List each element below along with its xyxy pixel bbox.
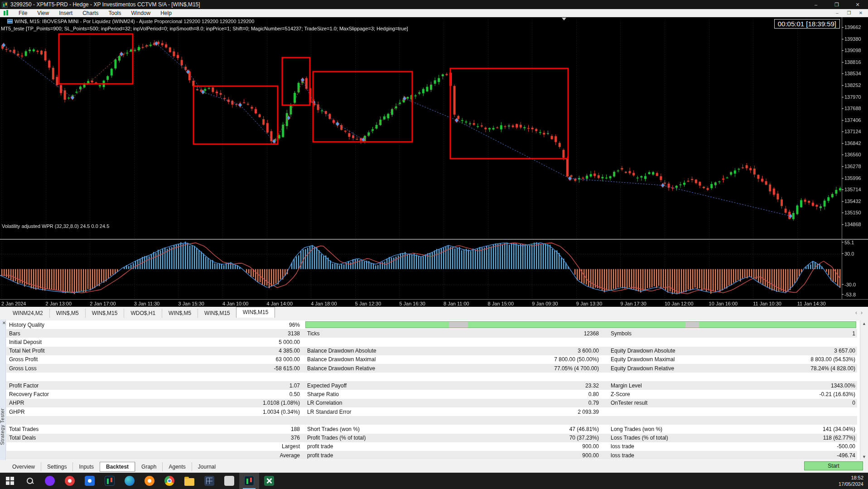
strategy-tester-label: Strategy Tester — [0, 361, 6, 445]
chart-restore-button[interactable]: ❐ — [844, 9, 854, 17]
stat-cell: Balance Drawdown Relative77.05% (4 700.0… — [305, 364, 600, 373]
stat-cell — [305, 416, 600, 425]
time-tick: 2 Jan 17:00 — [90, 301, 116, 306]
scroll-down-icon[interactable]: ▼ — [862, 455, 866, 459]
table-row: Bars3138Ticks12368Symbols1 — [6, 329, 857, 338]
indicator-tick: 55.1 — [844, 240, 854, 245]
stat-cell: Balance Drawdown Maximal7 800.00 (50.00%… — [305, 355, 600, 364]
price-tick: 137406 — [844, 117, 861, 123]
candlestick-chart-canvas[interactable] — [0, 17, 868, 307]
tester-tab-backtest[interactable]: Backtest — [100, 462, 135, 472]
stat-value: 23.32 — [585, 382, 600, 389]
trading-app-icon[interactable] — [100, 473, 120, 489]
calculator-app-icon[interactable] — [199, 473, 219, 489]
stat-value: -58 615.00 — [274, 365, 301, 372]
price-tick: 139098 — [844, 48, 861, 53]
search-icon[interactable] — [20, 473, 40, 489]
stat-value: 1.0108 (1.08%) — [263, 400, 301, 406]
stat-value: -500.00 — [837, 443, 856, 450]
tab-scroll-arrows[interactable]: ‹› — [855, 310, 866, 316]
tester-tab-inputs[interactable]: Inputs — [72, 462, 100, 471]
time-tick: 8 Jan 15:00 — [488, 301, 514, 306]
tester-tab-4[interactable]: WIN$,M5 — [162, 309, 198, 318]
stat-label: Recovery Factor — [7, 391, 49, 397]
calculator-app-icon-glyph — [204, 476, 214, 486]
clock-date: 17/05/2024 — [839, 481, 863, 487]
price-tick: 136278 — [844, 164, 861, 169]
stat-cell: loss trade-500.00 — [609, 442, 856, 451]
stat-cell: Total Net Profit4 385.00 — [7, 347, 301, 355]
tester-tab-1[interactable]: WIN$,M5 — [49, 309, 85, 318]
stat-cell — [609, 416, 856, 425]
tester-tab-5[interactable]: WIN$,M15 — [198, 309, 236, 318]
stats-scrollbar[interactable]: ▲ ▼ — [860, 320, 868, 460]
price-tick: 138252 — [844, 82, 861, 88]
excel-icon-glyph — [264, 476, 274, 486]
stat-cell: Recovery Factor0.50 — [7, 390, 301, 399]
stat-cell — [305, 373, 600, 381]
app-purple-icon[interactable] — [40, 473, 60, 489]
start-button[interactable] — [0, 473, 20, 489]
price-tick: 136560 — [844, 152, 861, 157]
table-row: Gross Loss-58 615.00Balance Drawdown Rel… — [6, 364, 857, 373]
stat-label: Margin Level — [609, 382, 642, 389]
stat-label: profit trade — [305, 443, 333, 450]
tester-tab-3[interactable]: WDO$,H1 — [124, 309, 162, 318]
app-blue-icon[interactable] — [80, 473, 100, 489]
menu-window[interactable]: Window — [126, 10, 156, 17]
menu-help[interactable]: Help — [155, 10, 177, 17]
taskbar-clock[interactable]: 18:52 17/05/2024 — [839, 474, 863, 487]
history-quality-progress-bar — [305, 321, 856, 328]
indicator-tick: -53.8 — [844, 292, 856, 297]
price-tick: 135150 — [844, 210, 861, 215]
notes-app-icon-glyph — [224, 476, 234, 486]
stat-value: 7 800.00 (50.00%) — [554, 356, 600, 363]
table-row: History Quality96% — [6, 320, 857, 329]
price-tick: 137688 — [844, 106, 861, 111]
metatrader5-icon[interactable] — [239, 473, 259, 489]
stat-value: 47 (46.81%) — [569, 426, 600, 432]
start-button[interactable]: Start — [804, 461, 863, 470]
stat-cell: AHPR1.0108 (1.08%) — [7, 399, 301, 407]
time-tick: 9 Jan 09:30 — [532, 301, 558, 306]
chart-close-button[interactable]: ✕ — [855, 9, 866, 17]
tester-tab-graph[interactable]: Graph — [135, 462, 162, 471]
chrome-browser-icon[interactable] — [159, 473, 179, 489]
menu-file[interactable]: File — [14, 10, 32, 17]
menu-view[interactable]: View — [32, 10, 54, 17]
edge-browser-icon[interactable] — [120, 473, 140, 489]
tester-tab-agents[interactable]: Agents — [162, 462, 191, 471]
chart-shift-marker[interactable] — [562, 18, 566, 20]
menu-tools[interactable]: Tools — [104, 10, 126, 17]
scroll-up-icon[interactable]: ▲ — [862, 321, 866, 326]
close-button[interactable]: ✕ — [847, 0, 868, 9]
tester-tab-journal[interactable]: Journal — [192, 462, 222, 471]
stat-value: 3 657.00 — [834, 348, 856, 354]
notes-app-icon[interactable] — [219, 473, 239, 489]
magnifier-icon — [26, 477, 34, 485]
stat-cell: Equity Drawdown Relative78.24% (4 828.00… — [609, 364, 856, 373]
tester-tab-settings[interactable]: Settings — [41, 462, 72, 471]
tester-tab-6[interactable]: WIN$,M15 — [236, 307, 275, 318]
time-tick: 8 Jan 11:00 — [444, 301, 469, 306]
menu-charts[interactable]: Charts — [77, 10, 103, 17]
tester-tab-2[interactable]: WIN$,M15 — [85, 309, 124, 318]
stat-cell: Equity Drawdown Maximal8 803.00 (54.53%) — [609, 355, 856, 364]
tester-tab-overview[interactable]: Overview — [6, 462, 41, 471]
tester-tab-0[interactable]: WINM24,M2 — [6, 309, 49, 318]
file-explorer-icon[interactable] — [179, 473, 199, 489]
chart-minimize-button[interactable]: – — [832, 9, 843, 17]
excel-icon[interactable] — [259, 473, 279, 489]
clock-time: 18:52 — [839, 474, 863, 481]
app-red-icon[interactable] — [60, 473, 80, 489]
table-row — [6, 416, 857, 425]
menu-insert[interactable]: Insert — [54, 10, 77, 17]
chart-area[interactable]: WIN$, M15: IBOVESPA MINI - Por Liquidez … — [0, 17, 868, 307]
time-tick: 2 Jan 13:00 — [46, 301, 72, 306]
restore-button[interactable]: ❐ — [826, 0, 847, 9]
stat-value: 78.24% (4 828.00) — [810, 365, 856, 372]
stat-value: 1.0034 (0.34%) — [263, 409, 301, 415]
table-row — [6, 373, 857, 381]
firefox-browser-icon[interactable] — [140, 473, 159, 489]
minimize-button[interactable]: – — [805, 0, 826, 9]
